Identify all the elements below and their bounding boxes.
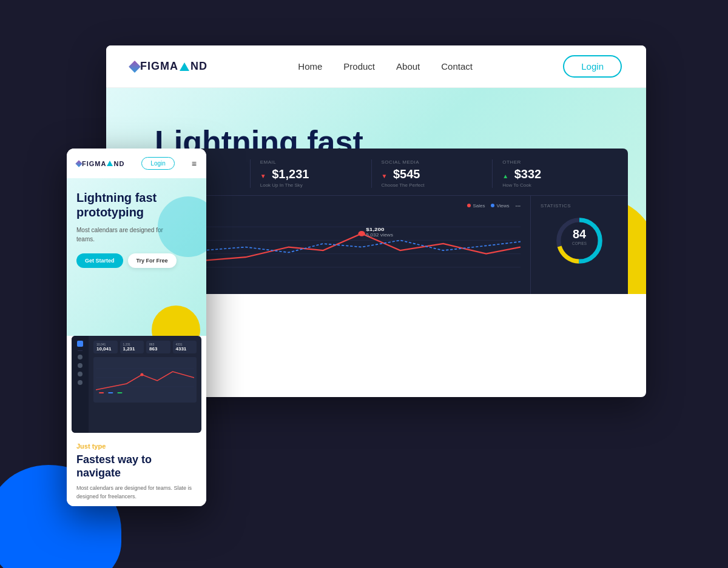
mobile-dashboard-content: 10,041 10,041 1,231 1,231 863 863 4331 4…: [89, 336, 201, 433]
mobile-hero: Lightning fast prototyping Most calendar…: [67, 178, 206, 336]
logo-square-icon: [129, 61, 141, 73]
just-type-label: Just type: [76, 443, 197, 450]
nav-links: Home Product About Contact: [298, 61, 473, 72]
svg-point-18: [140, 373, 143, 376]
stat-social: SOCIAL MEDIA ▼ $545 Choose The Perfect: [372, 159, 493, 188]
donut-area: STATISTICS 84 COPIES: [531, 196, 628, 294]
mobile-stats-row: 10,041 10,041 1,231 1,231 863 863 4331 4…: [93, 341, 197, 353]
donut-chart: 84 COPIES: [552, 213, 607, 268]
svg-text:$1,200: $1,200: [366, 227, 384, 232]
just-type-title: Fastest way to navigate: [76, 453, 197, 479]
logo-triangle-icon: [180, 62, 189, 71]
sidebar-item-icon: [77, 341, 83, 347]
nav-home[interactable]: Home: [298, 61, 322, 72]
mobile-nav: FIGMA ND Login ≡: [67, 149, 206, 178]
sidebar-nav-icon-3: [78, 372, 83, 376]
mobile-dashboard-sidebar: [72, 336, 89, 433]
stat-down-icon: ▼: [260, 173, 266, 179]
mobile-login-button[interactable]: Login: [141, 157, 174, 170]
mobile-hero-yellow: [152, 306, 200, 336]
mobile-chart: [93, 357, 197, 403]
svg-text:5,032 views: 5,032 views: [366, 233, 393, 238]
stat-email: EMAIL ▼ $1,231 Look Up In The Sky: [251, 159, 372, 188]
mobile-line-chart: [96, 359, 194, 396]
mobile-mockup: FIGMA ND Login ≡ Lightning fast prototyp…: [67, 149, 206, 506]
mobile-logo-square-icon: [75, 160, 82, 167]
mobile-logo: FIGMA ND: [76, 160, 124, 167]
mobile-get-started-button[interactable]: Get Started: [76, 253, 123, 268]
nav-product[interactable]: Product: [343, 61, 375, 72]
nav-about[interactable]: About: [396, 61, 420, 72]
mobile-logo-triangle-icon: [107, 161, 113, 166]
sidebar-nav-icon-4: [78, 380, 83, 385]
logo-text-land: ND: [190, 60, 207, 73]
svg-rect-21: [117, 392, 122, 393]
stat-up-icon-2: ▲: [502, 173, 508, 179]
mobile-logo-text-land: ND: [113, 160, 124, 167]
svg-text:84: 84: [573, 227, 586, 241]
views-legend-dot: [491, 204, 494, 207]
mobile-dashboard: 10,041 10,041 1,231 1,231 863 863 4331 4…: [72, 336, 201, 433]
chart-legend: Sales Views •••: [467, 203, 521, 209]
nav-contact[interactable]: Contact: [441, 61, 473, 72]
stat-other: OTHER ▲ $332 How To Cook: [493, 159, 613, 188]
svg-rect-19: [99, 392, 104, 393]
desktop-login-button[interactable]: Login: [563, 55, 622, 78]
sidebar-nav-icon: [78, 355, 83, 359]
mobile-logo-text-figma: FIGMA: [82, 160, 106, 167]
svg-text:COPIES: COPIES: [572, 241, 587, 246]
just-type-desc: Most calendars are designed for teams. S…: [76, 484, 197, 501]
mobile-stat-2: 1,231 1,231: [120, 341, 144, 353]
stat-down-icon-2: ▼: [382, 173, 388, 179]
desktop-nav: FIGMA ND Home Product About Contact Logi…: [106, 45, 646, 88]
desktop-logo: FIGMA ND: [130, 60, 207, 73]
sales-legend-dot: [467, 204, 471, 207]
mobile-just-type-section: Just type Fastest way to navigate Most c…: [67, 433, 206, 506]
hamburger-menu-icon[interactable]: ≡: [192, 159, 197, 169]
chart-more-icon: •••: [516, 203, 521, 209]
svg-rect-20: [108, 392, 113, 393]
mobile-stat-4: 4331 4331: [173, 341, 197, 353]
sidebar-nav-icon-2: [78, 363, 83, 368]
logo-text-figma: FIGMA: [140, 60, 178, 73]
mobile-stat-3: 863 863: [146, 341, 170, 353]
donut-title: STATISTICS: [541, 203, 571, 209]
svg-point-7: [358, 231, 365, 236]
mobile-try-free-button[interactable]: Try For Free: [128, 253, 177, 268]
mobile-stat-1: 10,041 10,041: [93, 341, 118, 353]
